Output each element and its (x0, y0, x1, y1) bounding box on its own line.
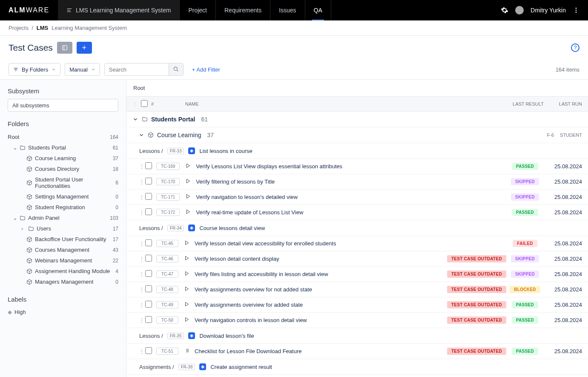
by-folders-label: By Folders (22, 66, 48, 73)
tc-name: Checklist for Lesson File Download Featu… (195, 348, 447, 354)
fr-tag: FR-35 (167, 333, 184, 339)
test-case-row[interactable]: ⋮TC-171Verify navigation to lesson's det… (126, 190, 588, 205)
section-header[interactable]: Lessons /FR-34✱Course lessons detail vie… (126, 220, 588, 236)
section-header[interactable]: Lessons /FR-35✱Download lesson's file (126, 328, 588, 344)
play-icon[interactable] (186, 178, 196, 185)
row-checkbox[interactable] (145, 316, 152, 323)
drag-handle[interactable]: ⋮ (139, 256, 145, 262)
tree-item[interactable]: Courses Management43 (8, 245, 118, 255)
row-checkbox[interactable] (145, 285, 152, 292)
avatar[interactable] (515, 6, 524, 14)
tree-item[interactable]: Root164 (8, 132, 118, 142)
nav-project[interactable]: Project (180, 0, 216, 20)
play-icon[interactable] (184, 256, 195, 262)
group-count: 37 (207, 132, 214, 138)
row-checkbox[interactable] (145, 162, 152, 169)
drag-handle[interactable]: ⋮ (139, 302, 145, 308)
project-selector[interactable]: LMS Learning Management System (58, 0, 180, 20)
play-icon[interactable] (186, 194, 196, 200)
row-checkbox[interactable] (145, 178, 152, 184)
tree-item[interactable]: Managers Management0 (8, 276, 118, 287)
col-name[interactable]: NAME (185, 101, 493, 106)
section-header[interactable]: Assignments /FR-37✱Delete previously cre… (126, 375, 588, 377)
test-case-row[interactable]: ⋮TC-46Verify lesson detail content displ… (126, 251, 588, 267)
test-case-row[interactable]: ⋮TC-49Verify assignments overview for ad… (126, 297, 588, 313)
play-icon[interactable] (186, 163, 196, 170)
by-folders-dropdown[interactable]: By Folders (9, 63, 60, 76)
tree-label: Student Registration (35, 204, 85, 210)
gear-icon[interactable] (501, 6, 508, 14)
tree-item[interactable]: Webinars Management22 (8, 255, 118, 266)
group-course-learning[interactable]: Course Learning 37 F-6STUDENT (126, 127, 588, 143)
tc-id: TC-45 (156, 240, 178, 247)
tree-count: 43 (113, 247, 118, 253)
row-checkbox[interactable] (145, 193, 152, 200)
row-checkbox[interactable] (145, 301, 152, 308)
drag-handle[interactable]: ⋮ (139, 194, 145, 200)
tree-item[interactable]: Student Portal User Functionalities6 (8, 174, 118, 191)
test-case-row[interactable]: ⋮TC-45Verify lesson detail view accessib… (126, 236, 588, 251)
kebab-icon[interactable] (573, 7, 579, 14)
select-all-checkbox[interactable] (141, 100, 148, 107)
section-header[interactable]: Assignments /FR-38✱Create assignment res… (126, 359, 588, 375)
tree-count: 0 (115, 204, 118, 210)
test-case-row[interactable]: ⋮TC-48Verify assignments overview for no… (126, 282, 588, 297)
search-button[interactable] (169, 63, 183, 75)
tree-item[interactable]: Backoffice User Functionality17 (8, 234, 118, 245)
drag-handle[interactable]: ⋮ (139, 348, 145, 354)
col-last-result[interactable]: LAST RESULT (493, 101, 544, 106)
test-case-row[interactable]: ⋮TC-51Checklist for Lesson File Download… (126, 344, 588, 359)
nav-qa[interactable]: QA (305, 0, 331, 20)
test-case-row[interactable]: ⋮TC-47Verify files listing and accessibi… (126, 267, 588, 282)
row-checkbox[interactable] (145, 255, 152, 262)
play-icon[interactable] (184, 302, 195, 308)
test-case-row[interactable]: ⋮TC-170Verify filtering of lessons by Ti… (126, 174, 588, 190)
nav-requirements[interactable]: Requirements (216, 0, 270, 20)
add-button[interactable]: + (77, 42, 92, 54)
list-icon[interactable] (184, 348, 195, 354)
tree-item[interactable]: Course Learning37 (8, 153, 118, 164)
play-icon[interactable] (186, 209, 196, 216)
kebab-icon[interactable]: ⋮ (132, 101, 141, 107)
svg-marker-20 (186, 287, 189, 291)
section-header[interactable]: Lessons /FR-33✱List lessons in course (126, 143, 588, 159)
test-case-row[interactable]: ⋮TC-169Verify Lessons List View displays… (126, 159, 588, 174)
tree-label: Courses Directory (35, 166, 79, 172)
drag-handle[interactable]: ⋮ (139, 164, 145, 170)
tree-item[interactable]: ›Users17 (8, 223, 118, 234)
search-input[interactable] (105, 63, 169, 75)
tree-item[interactable]: ⌄Admin Panel103 (8, 213, 118, 223)
tree-item[interactable]: Assignement Handling Module4 (8, 266, 118, 276)
tree-item[interactable]: Courses Directory18 (8, 164, 118, 174)
col-last-run[interactable]: LAST RUN (544, 101, 582, 106)
row-checkbox[interactable] (145, 347, 152, 354)
tree-item[interactable]: ⌄Students Portal61 (8, 142, 118, 153)
row-checkbox[interactable] (145, 270, 152, 277)
group-students-portal[interactable]: Students Portal 61 (126, 112, 588, 127)
drag-handle[interactable]: ⋮ (139, 241, 145, 247)
subsystem-select[interactable]: All subsystems (8, 99, 118, 112)
tree-item[interactable]: Student Registration0 (8, 202, 118, 213)
col-num[interactable]: # (151, 101, 185, 106)
label-item[interactable]: ◆High (8, 307, 118, 317)
help-icon[interactable]: ? (571, 43, 579, 52)
breadcrumb-root[interactable]: Projects (9, 25, 29, 31)
drag-handle[interactable]: ⋮ (139, 317, 145, 323)
test-case-row[interactable]: ⋮TC-50Verify navigation controls in less… (126, 313, 588, 328)
row-checkbox[interactable] (145, 239, 152, 246)
drag-handle[interactable]: ⋮ (139, 179, 145, 185)
play-icon[interactable] (184, 271, 195, 277)
drag-handle[interactable]: ⋮ (139, 271, 145, 277)
play-icon[interactable] (184, 317, 195, 323)
manual-dropdown[interactable]: Manual (65, 63, 100, 76)
drag-handle[interactable]: ⋮ (139, 210, 145, 216)
play-icon[interactable] (184, 240, 195, 247)
drag-handle[interactable]: ⋮ (139, 287, 145, 293)
test-case-row[interactable]: ⋮TC-172Verify real-time update of Lesson… (126, 205, 588, 220)
play-icon[interactable] (184, 286, 195, 293)
nav-issues[interactable]: Issues (270, 0, 305, 20)
row-checkbox[interactable] (145, 208, 152, 215)
tree-item[interactable]: Settings Management0 (8, 191, 118, 202)
panel-toggle-button[interactable] (57, 42, 72, 54)
add-filter[interactable]: + Add Filter (192, 66, 220, 73)
